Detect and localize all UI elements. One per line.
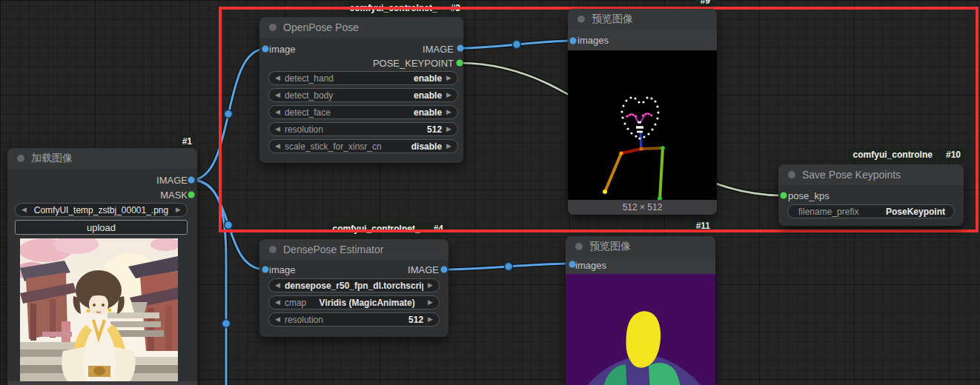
- node-openpose-pose[interactable]: OpenPose Pose image IMAGE POSE_KEYPOINT …: [259, 17, 463, 163]
- node-graph-canvas[interactable]: #1 comfyui_controlnet_ #3 #9 comfyui_con…: [0, 0, 980, 385]
- anime-woman-illustration: [20, 238, 178, 381]
- collapse-dot-icon[interactable]: [269, 24, 277, 31]
- io-row: image IMAGE: [259, 262, 448, 277]
- openpose-skeleton: [568, 50, 717, 200]
- badge-row-load-image: #1: [177, 135, 197, 148]
- combo-prev-icon[interactable]: ◀: [21, 207, 27, 213]
- widget-next-icon[interactable]: ▶: [446, 109, 451, 116]
- collapse-dot-icon[interactable]: [17, 155, 24, 162]
- node-title-bar[interactable]: DensePose Estimator: [259, 239, 448, 260]
- widget-value: Viridis (MagicAnimate): [311, 298, 423, 308]
- input-row: pose_kps: [778, 188, 964, 203]
- widget-resolution[interactable]: ◀ resolution 512 ▶: [268, 122, 458, 136]
- widget-next-icon[interactable]: ▶: [446, 143, 451, 150]
- node-preview-densepose[interactable]: 预览图像 images: [566, 236, 715, 385]
- output-label: IMAGE: [408, 264, 439, 275]
- output-row: IMAGE: [7, 173, 197, 187]
- densepose-map-preview: [566, 274, 715, 385]
- node-title: Save Pose Keypoints: [802, 169, 901, 181]
- output-dot-image[interactable]: [457, 45, 464, 52]
- widget-next-icon[interactable]: ▶: [428, 299, 433, 306]
- wire-midpoint-dot[interactable]: [505, 263, 513, 271]
- widget-scale-stick[interactable]: ◀ scale_stick_for_xinsr_cn disable ▶: [268, 139, 458, 153]
- widget-value: 512: [408, 315, 423, 325]
- widget-prev-icon[interactable]: ◀: [275, 75, 280, 81]
- widget-label: filename_prefix: [798, 207, 858, 217]
- combo-value: ComfyUI_temp_zstbj_00001_.png: [31, 205, 171, 215]
- output-label: POSE_KEYPOINT: [373, 58, 454, 69]
- collapse-dot-icon[interactable]: [575, 243, 583, 250]
- widget-label: resolution: [285, 124, 323, 135]
- widget-detect-body[interactable]: ◀ detect_body enable ▶: [268, 88, 458, 102]
- node-title-bar[interactable]: 预览图像: [566, 236, 715, 257]
- widget-value: 512: [427, 124, 442, 135]
- widget-label: cmap: [285, 298, 306, 308]
- widget-prev-icon[interactable]: ◀: [275, 126, 280, 133]
- output-label: MASK: [160, 190, 188, 201]
- widget-prev-icon[interactable]: ◀: [275, 109, 280, 116]
- widget-detect-face[interactable]: ◀ detect_face enable ▶: [268, 105, 458, 119]
- widget-label: detect_face: [285, 107, 331, 118]
- input-label: images: [577, 35, 609, 46]
- node-densepose-estimator[interactable]: DensePose Estimator image IMAGE ◀ densep…: [259, 239, 448, 337]
- widget-value: densepose_r50_fpn_dl.torchscript: [285, 281, 423, 291]
- input-dot-images[interactable]: [569, 261, 576, 268]
- widget-model[interactable]: ◀ densepose_r50_fpn_dl.torchscript ▶: [268, 278, 440, 292]
- upload-button[interactable]: upload: [15, 220, 188, 235]
- widget-next-icon[interactable]: ▶: [428, 316, 433, 323]
- widget-prev-icon[interactable]: ◀: [275, 316, 280, 323]
- node-save-pose-keypoints[interactable]: Save Pose Keypoints pose_kps filename_pr…: [778, 164, 964, 226]
- widget-cmap[interactable]: ◀ cmap Viridis (MagicAnimate) ▶: [268, 295, 440, 309]
- input-row: images: [568, 30, 717, 50]
- widget-filename-prefix[interactable]: filename_prefix PoseKeypoint: [787, 204, 955, 218]
- widget-next-icon[interactable]: ▶: [446, 126, 451, 133]
- node-title-bar[interactable]: Save Pose Keypoints: [778, 164, 964, 185]
- widget-next-icon[interactable]: ▶: [428, 282, 433, 289]
- widget-prev-icon[interactable]: ◀: [275, 92, 280, 98]
- input-dot-images[interactable]: [570, 38, 577, 44]
- output-dot-mask[interactable]: [188, 192, 195, 198]
- node-title: 预览图像: [592, 13, 633, 26]
- input-row: images: [566, 257, 715, 274]
- input-label: images: [575, 260, 606, 271]
- collapse-dot-icon[interactable]: [269, 246, 277, 253]
- collapse-dot-icon[interactable]: [788, 171, 795, 178]
- node-id-badge: #1: [177, 135, 197, 148]
- widget-prev-icon[interactable]: ◀: [275, 282, 280, 289]
- pose-skeleton-preview: [568, 50, 717, 200]
- widget-value: PoseKeypoint: [886, 207, 945, 217]
- widget-label: scale_stick_for_xinsr_cn: [285, 141, 382, 152]
- collapse-dot-icon[interactable]: [577, 16, 585, 23]
- widget-label: resolution: [285, 315, 323, 325]
- widget-next-icon[interactable]: ▶: [446, 92, 451, 98]
- output-dot-pose-keypoint[interactable]: [457, 60, 463, 67]
- image-size-caption: 512 × 512: [7, 381, 197, 385]
- node-title: OpenPose Pose: [283, 21, 359, 33]
- widget-detect-hand[interactable]: ◀ detect_hand enable ▶: [268, 71, 458, 85]
- widget-value: enable: [414, 73, 442, 84]
- upload-button-label: upload: [87, 222, 116, 233]
- node-preview-pose[interactable]: 预览图像 images: [568, 9, 717, 215]
- output-dot-image[interactable]: [441, 267, 448, 273]
- node-load-image[interactable]: 加载图像 IMAGE MASK ◀ ComfyUI_temp_zstbj_000…: [7, 148, 197, 385]
- widget-label: detect_body: [285, 90, 333, 101]
- widget-prev-icon[interactable]: ◀: [275, 299, 280, 306]
- output-label: IMAGE: [423, 44, 454, 55]
- image-filename-combo[interactable]: ◀ ComfyUI_temp_zstbj_00001_.png ▶: [15, 203, 188, 217]
- output-dot-image[interactable]: [188, 177, 195, 184]
- output-row: MASK: [7, 187, 197, 202]
- widget-resolution[interactable]: ◀ resolution 512 ▶: [268, 312, 440, 327]
- wire-midpoint-dot[interactable]: [222, 320, 231, 328]
- node-title-bar[interactable]: 加载图像: [7, 148, 197, 169]
- widget-next-icon[interactable]: ▶: [446, 75, 451, 81]
- input-dot-image[interactable]: [262, 267, 269, 273]
- node-title-bar[interactable]: OpenPose Pose: [259, 17, 463, 38]
- input-dot-image[interactable]: [262, 46, 269, 53]
- node-title: DensePose Estimator: [283, 244, 383, 255]
- node-title: 预览图像: [589, 240, 631, 253]
- combo-next-icon[interactable]: ▶: [176, 207, 181, 213]
- widget-value: enable: [414, 107, 442, 118]
- widget-prev-icon[interactable]: ◀: [275, 143, 280, 150]
- node-title-bar[interactable]: 预览图像: [568, 9, 717, 30]
- input-dot-pose-kps[interactable]: [781, 192, 787, 199]
